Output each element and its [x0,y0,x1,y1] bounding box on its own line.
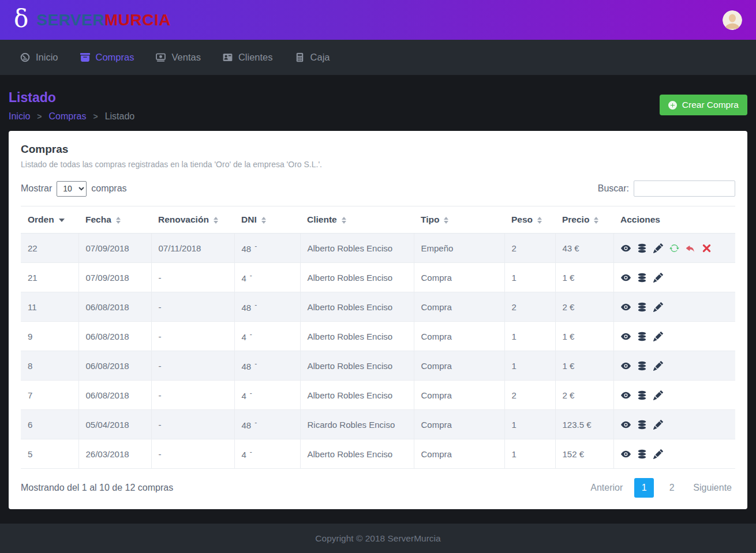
database-icon[interactable] [637,243,647,253]
eye-icon[interactable] [621,273,631,283]
eye-icon[interactable] [621,420,631,430]
nav-item-caja[interactable]: Caja [284,40,341,75]
pagination-page-2[interactable]: 2 [662,478,682,498]
column-label: DNI [241,215,257,224]
cell-precio: 43 € [555,234,613,263]
cell-peso: 1 [504,351,555,381]
nav-item-inicio[interactable]: Inicio [9,40,69,75]
pagination-page-1[interactable]: 1 [634,478,654,498]
cell-fecha: 05/04/2018 [78,410,151,439]
cell-dni: 4- [234,439,300,469]
eye-icon[interactable] [621,449,631,459]
pencil-icon[interactable] [653,420,663,430]
column-header-dni[interactable]: DNI [234,206,300,234]
user-avatar[interactable] [723,10,742,30]
column-header-fecha[interactable]: Fecha [78,206,151,234]
cell-peso: 1 [504,410,555,439]
column-header-precio[interactable]: Precio [555,206,613,234]
page-length-select[interactable]: 10 [57,181,87,197]
copyright-text: Copyright © 2018 ServerMurcia [315,533,440,544]
table-row: 806/08/2018-48-Alberto Robles EncisoComp… [21,351,735,381]
search-input[interactable] [634,180,735,197]
table-row: 526/03/2018-4-Alberto Robles EncisoCompr… [21,439,735,469]
database-icon[interactable] [637,361,647,371]
x-icon[interactable] [702,243,712,253]
cell-acciones [613,410,735,439]
sort-icon [214,217,218,224]
cell-renovacion: - [151,381,234,410]
breadcrumb-inicio[interactable]: Inicio [9,111,30,122]
pencil-icon[interactable] [653,390,663,400]
eye-icon[interactable] [621,332,631,341]
eye-icon[interactable] [621,243,631,253]
pagination-previous[interactable]: Anterior [587,483,626,493]
top-header: δ SERVERMURCIA [0,0,756,40]
cell-precio: 1 € [555,322,613,351]
nav-item-label: Compras [96,52,134,63]
breadcrumb-compras[interactable]: Compras [49,111,87,122]
page-title: Listado [9,90,134,106]
nav-item-compras[interactable]: Compras [69,40,145,75]
pencil-icon[interactable] [653,449,663,459]
database-icon[interactable] [637,449,647,459]
archive-box-icon [80,52,90,62]
brand-name-primary: SERVER [36,11,104,29]
refresh-icon[interactable] [669,243,679,253]
purchases-table: OrdenFechaRenovaciónDNIClienteTipoPesoPr… [21,206,735,469]
eye-icon[interactable] [621,302,631,312]
brand-logo[interactable]: δ SERVERMURCIA [14,9,171,31]
cell-fecha: 06/08/2018 [78,322,151,351]
column-label: Tipo [421,215,439,224]
column-label: Cliente [307,215,337,224]
cell-orden: 11 [21,292,78,322]
breadcrumb-separator: > [37,112,42,121]
pencil-icon[interactable] [653,273,663,283]
table-controls: Mostrar 10 compras Buscar: [21,180,735,197]
cell-precio: 1 € [555,351,613,381]
column-header-cliente[interactable]: Cliente [300,206,414,234]
sort-icon [537,217,542,224]
cell-cliente: Alberto Robles Enciso [300,351,414,381]
cell-precio: 152 € [555,439,613,469]
column-header-peso[interactable]: Peso [504,206,555,234]
database-icon[interactable] [637,420,647,430]
pencil-icon[interactable] [653,361,663,371]
eye-icon[interactable] [621,361,631,371]
database-icon[interactable] [637,390,647,400]
column-header-renovacion[interactable]: Renovación [151,206,234,234]
page-length-label-before: Mostrar [21,183,52,194]
pagination-next[interactable]: Siguiente [690,483,735,493]
database-icon[interactable] [637,332,647,341]
cash-icon [156,52,166,62]
cell-renovacion: - [151,322,234,351]
column-header-tipo[interactable]: Tipo [414,206,504,234]
column-header-orden[interactable]: Orden [21,206,78,234]
database-icon[interactable] [637,302,647,312]
database-icon[interactable] [637,273,647,283]
sort-icon [444,217,448,224]
create-purchase-button[interactable]: Crear Compra [660,95,747,115]
cell-peso: 1 [504,322,555,351]
pencil-icon[interactable] [653,243,663,253]
sort-icon [594,217,598,224]
cell-tipo: Compra [414,263,504,292]
undo-icon[interactable] [686,243,695,253]
cell-cliente: Alberto Robles Enciso [300,439,414,469]
pencil-icon[interactable] [653,302,663,312]
column-header-acciones: Acciones [613,206,735,234]
cell-cliente: Alberto Robles Enciso [300,234,414,263]
table-row: 2207/09/201807/11/201848-Alberto Robles … [21,234,735,263]
nav-item-clientes[interactable]: Clientes [212,40,284,75]
nav-item-label: Clientes [238,52,273,63]
eye-icon[interactable] [621,390,631,400]
cell-precio: 1 € [555,263,613,292]
cell-dni: 4- [234,263,300,292]
pencil-icon[interactable] [653,332,663,341]
nav-item-ventas[interactable]: Ventas [145,40,211,75]
sort-desc-icon [59,219,65,222]
page-length-group: Mostrar 10 compras [21,181,127,197]
page-length-label-after: compras [91,183,126,194]
table-header: OrdenFechaRenovaciónDNIClienteTipoPesoPr… [21,206,735,234]
cell-renovacion: - [151,410,234,439]
delta-logo-icon: δ [14,7,28,31]
